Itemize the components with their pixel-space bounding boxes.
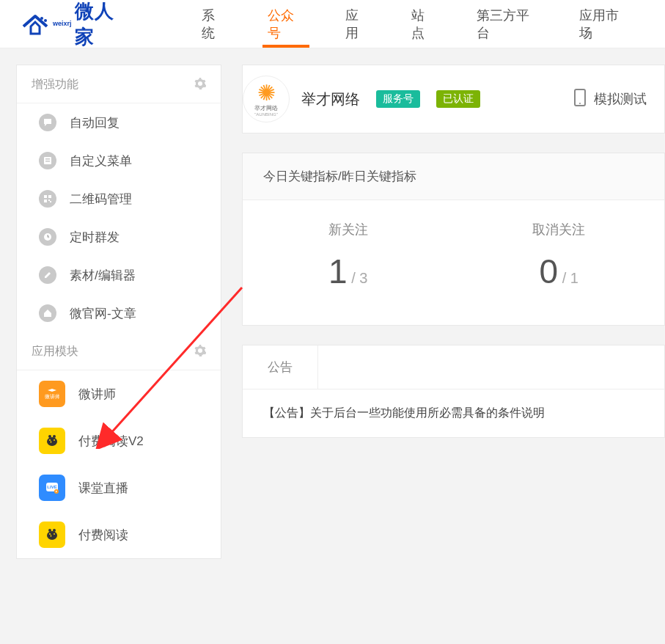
app-icon (39, 522, 65, 548)
nav-app[interactable]: 应用 (325, 0, 391, 48)
svg-rect-6 (48, 195, 51, 198)
svg-point-17 (54, 439, 55, 441)
nav-thirdparty[interactable]: 第三方平台 (456, 0, 559, 48)
notice-tab[interactable]: 公告 (243, 345, 318, 389)
sidebar-item-material[interactable]: 素材/编辑器 (17, 256, 221, 294)
simulate-button[interactable]: 模拟测试 (573, 89, 647, 110)
metric-unfollow: 取消关注 0 / 1 (454, 221, 665, 291)
top-nav: weixrj 微人家 系统 公众号 应用 站点 第三方平台 应用市场 (0, 0, 665, 48)
svg-point-22 (48, 529, 51, 532)
svg-point-23 (53, 529, 56, 532)
account-logo-sub: "AUNBING" (254, 112, 278, 117)
nav-site[interactable]: 站点 (391, 0, 457, 48)
app-item-weijiangshi[interactable]: 微讲师 微讲师 (17, 370, 221, 417)
section-apps-label: 应用模块 (32, 344, 78, 359)
app-item-paid-read[interactable]: 付费阅读 (17, 511, 221, 558)
app-icon: LIVE (39, 475, 65, 501)
sidebar-item-label: 定时群发 (70, 229, 120, 246)
notice-card: 公告 【公告】关于后台一些功能使用所必需具备的条件说明 (242, 345, 665, 438)
svg-point-21 (47, 531, 57, 540)
sidebar-item-label: 自定义菜单 (70, 153, 132, 169)
svg-rect-7 (44, 200, 47, 202)
nav-items: 系统 公众号 应用 站点 第三方平台 应用市场 (181, 0, 649, 48)
svg-rect-9 (50, 201, 51, 202)
svg-point-25 (49, 533, 51, 535)
simulate-label: 模拟测试 (594, 90, 647, 108)
svg-rect-4 (45, 161, 50, 162)
page-body: 增强功能 自动回复 自定义菜单 二维码管理 (0, 48, 665, 644)
account-bar: ✺ 举才网络 "AUNBING" 举才网络 服务号 已认证 模拟测试 (242, 65, 665, 133)
svg-point-12 (47, 437, 57, 446)
app-item-paid-read-v2[interactable]: 付费阅读V2 (17, 417, 221, 464)
nav-system[interactable]: 系统 (181, 0, 247, 48)
section-apps-title: 应用模块 (17, 332, 221, 370)
sidebar-item-microsite[interactable]: 微官网-文章 (17, 294, 221, 332)
menu-icon (39, 152, 56, 169)
clock-icon (39, 228, 56, 246)
svg-point-0 (40, 17, 43, 20)
app-item-live-class[interactable]: LIVE 课堂直播 (17, 464, 221, 511)
sidebar-item-schedule[interactable]: 定时群发 (17, 218, 221, 256)
account-logo-caption: 举才网络 (254, 104, 278, 112)
brand-name: 微人家 (75, 0, 131, 50)
sidebar-item-label: 微官网-文章 (70, 305, 136, 322)
notice-text[interactable]: 【公告】关于后台一些功能使用所必需具备的条件说明 (243, 389, 664, 437)
nav-account[interactable]: 公众号 (247, 0, 325, 48)
house-icon (21, 12, 50, 37)
app-item-label: 付费阅读 (78, 527, 128, 544)
metrics-title: 今日关键指标/昨日关键指标 (243, 153, 664, 200)
chat-icon (39, 114, 56, 131)
app-item-label: 课堂直播 (78, 480, 128, 497)
phone-icon (573, 89, 587, 110)
app-item-label: 微讲师 (78, 386, 116, 403)
svg-rect-8 (48, 200, 50, 201)
section-apps: 应用模块 微讲师 微讲师 付费阅读V2 (17, 332, 221, 558)
svg-rect-5 (44, 195, 47, 198)
sidebar-item-custom-menu[interactable]: 自定义菜单 (17, 142, 221, 180)
svg-point-1 (44, 19, 47, 22)
svg-point-16 (49, 439, 51, 441)
svg-text:LIVE: LIVE (47, 485, 56, 489)
app-icon (39, 428, 65, 454)
home-icon (39, 304, 56, 322)
sidebar-item-label: 二维码管理 (70, 191, 132, 208)
badge-verified: 已认证 (436, 90, 480, 108)
notice-tabs: 公告 (243, 345, 664, 389)
sidebar-item-label: 素材/编辑器 (70, 267, 136, 284)
svg-rect-3 (45, 158, 50, 160)
section-enhance-label: 增强功能 (32, 77, 78, 92)
brand-logo[interactable]: weixrj 微人家 (21, 0, 130, 50)
sidebar-item-qrcode[interactable]: 二维码管理 (17, 180, 221, 218)
metrics-card: 今日关键指标/昨日关键指标 新关注 1 / 3 取消关注 0 / 1 (242, 153, 665, 326)
badge-service: 服务号 (376, 90, 420, 108)
account-logo: ✺ 举才网络 "AUNBING" (243, 76, 290, 122)
gear-icon[interactable] (194, 345, 206, 359)
metric-value: 0 / 1 (454, 252, 665, 291)
svg-point-26 (54, 533, 55, 535)
sidebar-column: 增强功能 自动回复 自定义菜单 二维码管理 (16, 65, 221, 644)
section-enhance: 增强功能 自动回复 自定义菜单 二维码管理 (17, 65, 221, 332)
qrcode-icon (39, 190, 56, 208)
nav-market[interactable]: 应用市场 (559, 0, 649, 48)
metric-new-follow: 新关注 1 / 3 (243, 221, 454, 291)
brand-subtext: weixrj (53, 20, 72, 27)
section-enhance-title: 增强功能 (17, 65, 221, 103)
svg-rect-24 (51, 535, 51, 537)
account-name: 举才网络 (301, 89, 360, 109)
svg-point-14 (53, 435, 56, 438)
metric-value: 1 / 3 (243, 252, 454, 291)
metric-label: 取消关注 (454, 221, 665, 238)
svg-text:微讲师: 微讲师 (45, 394, 59, 399)
pencil-icon (39, 266, 56, 284)
svg-rect-15 (51, 441, 51, 443)
svg-point-13 (48, 435, 51, 438)
metric-label: 新关注 (243, 221, 454, 238)
sidebar: 增强功能 自动回复 自定义菜单 二维码管理 (16, 65, 221, 559)
sidebar-item-auto-reply[interactable]: 自动回复 (17, 103, 221, 142)
app-icon: 微讲师 (39, 381, 65, 407)
main-column: ✺ 举才网络 "AUNBING" 举才网络 服务号 已认证 模拟测试 今日关键指… (242, 65, 665, 644)
gear-icon[interactable] (194, 78, 206, 92)
svg-point-28 (579, 103, 581, 104)
sidebar-item-label: 自动回复 (70, 114, 120, 131)
app-item-label: 付费阅读V2 (78, 433, 144, 450)
